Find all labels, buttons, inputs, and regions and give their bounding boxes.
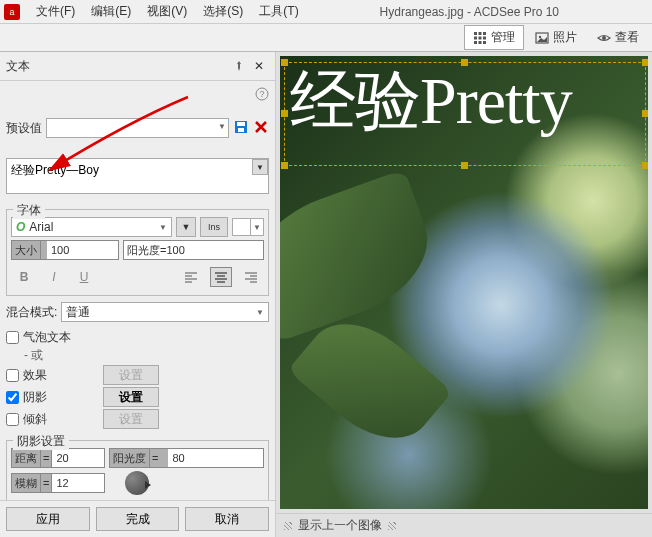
panel-header: 文本 ✕ xyxy=(0,52,275,81)
app-logo-icon: a xyxy=(4,4,20,20)
effect-checkbox[interactable] xyxy=(6,369,19,382)
shadow-settings-button[interactable]: 设置 xyxy=(103,387,159,407)
opentype-icon: O xyxy=(16,220,25,234)
svg-rect-0 xyxy=(474,32,477,35)
mode-view-button[interactable]: 查看 xyxy=(588,25,648,50)
mode-photo-label: 照片 xyxy=(553,29,577,46)
font-group-title: 字体 xyxy=(13,202,45,219)
mode-manage-button[interactable]: 管理 xyxy=(464,25,524,50)
skew-settings-button[interactable]: 设置 xyxy=(103,409,159,429)
shadow-settings-group: 阴影设置 距离 = 20 阳光度 = 80 xyxy=(6,440,269,500)
close-panel-button[interactable]: ✕ xyxy=(249,56,269,76)
svg-rect-1 xyxy=(479,32,482,35)
svg-rect-3 xyxy=(474,36,477,39)
shadow-opacity-label: 阳光度 xyxy=(110,449,150,467)
blend-mode-value: 普通 xyxy=(66,304,90,321)
status-text: 显示上一个图像 xyxy=(298,517,382,534)
shadow-distance-slider[interactable]: 距离 = 20 xyxy=(11,448,105,468)
svg-rect-8 xyxy=(483,41,486,44)
text-content-input[interactable] xyxy=(6,158,269,194)
font-group: 字体 O Arial ▼ ▼ Ins ▼ 大小 100 xyxy=(6,209,269,296)
grip-icon xyxy=(284,522,292,530)
blur-value: 12 xyxy=(52,477,72,489)
svg-rect-16 xyxy=(238,128,244,132)
preset-row: 预设值 ▼ xyxy=(6,112,269,142)
menu-edit[interactable]: 编辑(E) xyxy=(83,1,139,22)
blend-mode-select[interactable]: 普通 ▼ xyxy=(61,302,269,322)
or-label: - 或 xyxy=(6,347,269,364)
canvas-area: 经验Pretty 显示上一个图像 xyxy=(276,52,652,537)
text-panel: 文本 ✕ ? 预设值 ▼ ▼ 字体 O xyxy=(0,52,276,537)
apply-button[interactable]: 应用 xyxy=(6,507,90,531)
underline-button[interactable]: U xyxy=(73,267,95,287)
align-right-button[interactable] xyxy=(240,267,262,287)
shadow-opacity-slider[interactable]: 阳光度 = 80 xyxy=(109,448,264,468)
panel-title: 文本 xyxy=(6,58,30,75)
distance-label: 距离 xyxy=(12,449,41,467)
blend-mode-label: 混合模式: xyxy=(6,304,57,321)
mode-manage-label: 管理 xyxy=(491,29,515,46)
help-button[interactable]: ? xyxy=(255,87,269,104)
italic-button[interactable]: I xyxy=(43,267,65,287)
pin-button[interactable] xyxy=(229,56,249,76)
mode-view-label: 查看 xyxy=(615,29,639,46)
menu-file[interactable]: 文件(F) xyxy=(28,1,83,22)
text-dropdown-button[interactable]: ▼ xyxy=(252,159,268,175)
bubble-text-checkbox[interactable] xyxy=(6,331,19,344)
shadow-group-title: 阴影设置 xyxy=(13,433,69,450)
done-button[interactable]: 完成 xyxy=(96,507,180,531)
image-viewport[interactable]: 经验Pretty xyxy=(280,56,648,509)
shadow-checkbox[interactable] xyxy=(6,391,19,404)
bubble-text-label: 气泡文本 xyxy=(23,329,71,346)
photo-icon xyxy=(535,31,549,45)
distance-value: 20 xyxy=(52,452,72,464)
size-value: 100 xyxy=(47,244,73,256)
mode-bar: 管理 照片 查看 xyxy=(0,24,652,52)
cancel-button[interactable]: 取消 xyxy=(185,507,269,531)
shadow-blur-slider[interactable]: 模糊 = 12 xyxy=(11,473,105,493)
svg-rect-5 xyxy=(483,36,486,39)
font-color-picker[interactable]: ▼ xyxy=(232,218,264,236)
eye-icon xyxy=(597,31,611,45)
shadow-angle-knob[interactable] xyxy=(125,471,149,495)
font-family-select[interactable]: O Arial ▼ xyxy=(11,217,172,237)
preset-delete-button[interactable] xyxy=(253,119,269,138)
window-title: Hydrangeas.jpg - ACDSee Pro 10 xyxy=(307,5,652,19)
shadow-opacity-value: 80 xyxy=(168,452,188,464)
preset-save-button[interactable] xyxy=(233,119,249,138)
text-input-wrap: ▼ xyxy=(6,158,269,197)
menu-select[interactable]: 选择(S) xyxy=(195,1,251,22)
effect-label: 效果 xyxy=(23,367,47,384)
preset-select[interactable]: ▼ xyxy=(46,118,229,138)
canvas-status-bar: 显示上一个图像 xyxy=(276,513,652,537)
canvas-text-overlay[interactable]: 经验Pretty xyxy=(290,56,572,146)
opacity-label: 阳光度 xyxy=(127,243,160,258)
insert-button[interactable]: Ins xyxy=(200,217,228,237)
align-left-button[interactable] xyxy=(180,267,202,287)
svg-rect-4 xyxy=(479,36,482,39)
font-size-slider[interactable]: 大小 100 xyxy=(11,240,119,260)
grid-icon xyxy=(473,31,487,45)
svg-rect-6 xyxy=(474,41,477,44)
svg-rect-7 xyxy=(479,41,482,44)
menu-view[interactable]: 视图(V) xyxy=(139,1,195,22)
skew-checkbox[interactable] xyxy=(6,413,19,426)
effect-settings-button[interactable]: 设置 xyxy=(103,365,159,385)
opacity-slider[interactable]: 阳光度 = 100 xyxy=(123,240,264,260)
align-center-button[interactable] xyxy=(210,267,232,287)
menu-bar: a 文件(F) 编辑(E) 视图(V) 选择(S) 工具(T) Hydrange… xyxy=(0,0,652,24)
grip-icon xyxy=(388,522,396,530)
font-prev-button[interactable]: ▼ xyxy=(176,217,196,237)
panel-buttons: 应用 完成 取消 xyxy=(0,500,275,537)
shadow-label: 阴影 xyxy=(23,389,47,406)
mode-photo-button[interactable]: 照片 xyxy=(526,25,586,50)
menu-tools[interactable]: 工具(T) xyxy=(251,1,306,22)
preset-label: 预设值 xyxy=(6,120,42,137)
svg-text:?: ? xyxy=(259,89,264,99)
opacity-value: 100 xyxy=(166,244,184,256)
font-name-label: Arial xyxy=(29,220,53,234)
skew-label: 倾斜 xyxy=(23,411,47,428)
svg-rect-15 xyxy=(237,122,245,126)
bold-button[interactable]: B xyxy=(13,267,35,287)
size-label: 大小 xyxy=(12,241,41,259)
